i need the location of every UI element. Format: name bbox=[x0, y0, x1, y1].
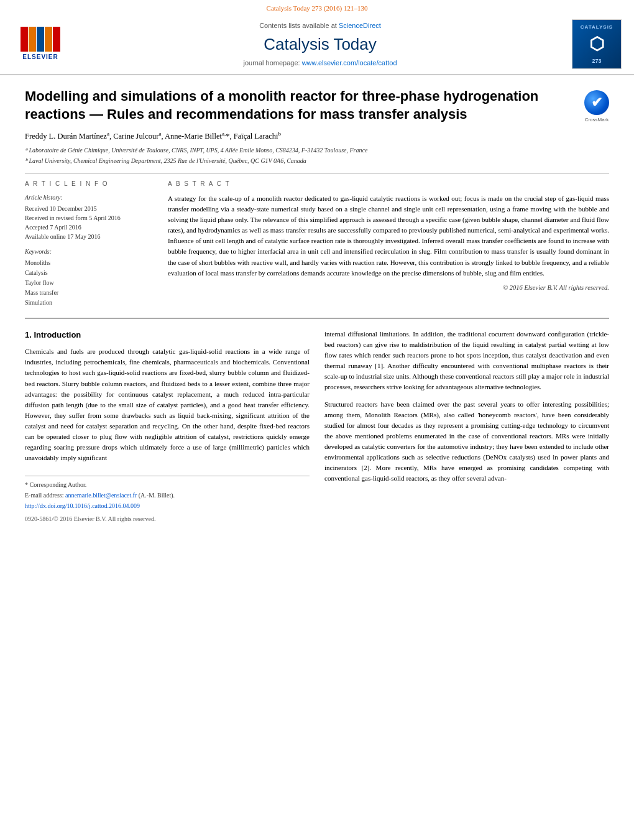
sciencedirect-link[interactable]: ScienceDirect bbox=[339, 22, 381, 29]
stripe-5 bbox=[53, 27, 60, 52]
keyword-4: Mass transfer bbox=[25, 288, 149, 298]
keyword-2: Catalysis bbox=[25, 268, 149, 278]
authors-line: Freddy L. Durán Martíneza, Carine Julcou… bbox=[25, 130, 609, 142]
footnote-email-label: E-mail address: bbox=[25, 492, 65, 499]
affiliations: ᵃ Laboratoire de Génie Chimique, Univers… bbox=[25, 145, 609, 165]
crossmark-badge: ✔ CrossMark bbox=[584, 90, 609, 115]
stripe-1 bbox=[21, 27, 28, 52]
doi-bar: Catalysis Today 273 (2016) 121–130 bbox=[0, 0, 634, 14]
homepage-line: journal homepage: www.elsevier.com/locat… bbox=[68, 58, 572, 68]
footnote-email[interactable]: annemarie.billet@ensiacet.fr bbox=[65, 492, 137, 499]
catalysis-logo-icon: ⬡ bbox=[589, 32, 604, 56]
article-history: Article history: Received 10 December 20… bbox=[25, 193, 149, 241]
footnote-email-suffix: (A.-M. Billet). bbox=[137, 492, 175, 499]
history-received: Received 10 December 2015 bbox=[25, 204, 149, 213]
footnote-doi-link[interactable]: http://dx.doi.org/10.1016/j.cattod.2016.… bbox=[25, 502, 140, 509]
catalysis-logo-box: CATALYSIS ⬡ 273 bbox=[572, 19, 622, 69]
article-title: Modelling and simulations of a monolith … bbox=[25, 88, 584, 123]
article-title-section: Modelling and simulations of a monolith … bbox=[25, 88, 609, 123]
body-divider bbox=[25, 318, 609, 319]
body-two-col: 1. Introduction Chemicals and fuels are … bbox=[25, 329, 609, 524]
body-col1-para1: Chemicals and fuels are produced through… bbox=[25, 346, 310, 463]
journal-center: Contents lists available at ScienceDirec… bbox=[68, 21, 572, 68]
footnote-star-text: * Corresponding Author. bbox=[25, 481, 86, 488]
homepage-link[interactable]: www.elsevier.com/locate/cattod bbox=[302, 59, 397, 67]
article-info-heading: A R T I C L E I N F O bbox=[25, 180, 149, 188]
section-divider bbox=[25, 173, 609, 173]
crossmark-icon: ✔ bbox=[591, 93, 602, 113]
info-abstract-cols: A R T I C L E I N F O Article history: R… bbox=[25, 180, 609, 308]
history-accepted: Accepted 7 April 2016 bbox=[25, 223, 149, 232]
stripe-2 bbox=[29, 27, 36, 52]
homepage-prefix: journal homepage: bbox=[243, 59, 301, 67]
keyword-3: Taylor flow bbox=[25, 278, 149, 288]
history-revised: Received in revised form 5 April 2016 bbox=[25, 213, 149, 223]
crossmark-label: CrossMark bbox=[584, 116, 609, 123]
affiliation-a: ᵃ Laboratoire de Génie Chimique, Univers… bbox=[25, 145, 609, 155]
bottom-copyright: 0920-5861/© 2016 Elsevier B.V. All right… bbox=[25, 514, 310, 524]
abstract-text: A strategy for the scale-up of a monolit… bbox=[168, 193, 609, 278]
footnote-star: * Corresponding Author. bbox=[25, 480, 310, 489]
sciencedirect-prefix: Contents lists available at bbox=[259, 22, 339, 29]
body-col2-para2: Structured reactors have been claimed ov… bbox=[324, 399, 609, 484]
catalysis-logo-title: CATALYSIS bbox=[581, 24, 613, 30]
journal-title: Catalysis Today bbox=[68, 33, 572, 55]
keyword-1: Monoliths bbox=[25, 258, 149, 268]
history-available: Available online 17 May 2016 bbox=[25, 232, 149, 241]
article-info-col: A R T I C L E I N F O Article history: R… bbox=[25, 180, 149, 308]
elsevier-logo: ELSEVIER bbox=[12, 27, 68, 62]
copyright-line: © 2016 Elsevier B.V. All rights reserved… bbox=[168, 284, 609, 293]
crossmark-circle: ✔ bbox=[584, 90, 609, 115]
sciencedirect-line: Contents lists available at ScienceDirec… bbox=[68, 21, 572, 30]
body-col-right: internal diffusional limitations. In add… bbox=[324, 329, 609, 524]
journal-header: ELSEVIER Contents lists available at Sci… bbox=[0, 14, 634, 75]
stripe-4 bbox=[45, 27, 52, 52]
abstract-heading: A B S T R A C T bbox=[168, 180, 609, 188]
keywords-label: Keywords: bbox=[25, 247, 149, 256]
body-col-left: 1. Introduction Chemicals and fuels are … bbox=[25, 329, 310, 524]
abstract-col: A B S T R A C T A strategy for the scale… bbox=[168, 180, 609, 308]
footnote-doi-line: http://dx.doi.org/10.1016/j.cattod.2016.… bbox=[25, 501, 310, 510]
section1-title: 1. Introduction bbox=[25, 329, 310, 341]
elsevier-text: ELSEVIER bbox=[22, 53, 58, 62]
reactors-word: reactors bbox=[406, 474, 428, 482]
main-content: Modelling and simulations of a monolith … bbox=[0, 75, 634, 536]
keywords-section: Keywords: Monoliths Catalysis Taylor flo… bbox=[25, 247, 149, 308]
keyword-5: Simulation bbox=[25, 298, 149, 308]
catalysis-logo-num: 273 bbox=[592, 57, 601, 65]
history-label: Article history: bbox=[25, 193, 149, 202]
body-col2-para1: internal diffusional limitations. In add… bbox=[324, 329, 609, 392]
logo-stripe bbox=[21, 27, 60, 52]
doi-text: Catalysis Today 273 (2016) 121–130 bbox=[267, 4, 368, 12]
stripe-3 bbox=[37, 27, 44, 52]
footnote-area: * Corresponding Author. E-mail address: … bbox=[25, 476, 310, 524]
footnote-email-line: E-mail address: annemarie.billet@ensiace… bbox=[25, 491, 310, 500]
affiliation-b: ᵇ Laval University, Chemical Engineering… bbox=[25, 156, 609, 165]
